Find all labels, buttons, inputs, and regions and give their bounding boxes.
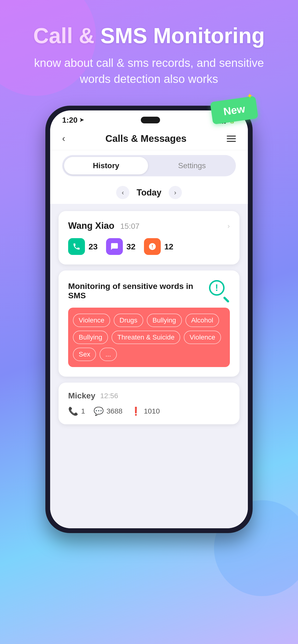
contact-name: Wang Xiao — [68, 221, 114, 231]
tag-threaten-suicide: Threaten & Suicide — [112, 330, 180, 344]
menu-line-1 — [227, 136, 236, 136]
tab-history[interactable]: History — [64, 157, 148, 174]
location-arrow-icon: ➤ — [79, 117, 84, 123]
alert-stat: 12 — [144, 238, 174, 255]
tag-sex: Sex — [73, 348, 96, 361]
date-prev-button[interactable]: ‹ — [116, 186, 129, 199]
mickey-header: Mickey 12:56 — [68, 391, 230, 400]
mickey-call-count: 1 — [81, 407, 85, 415]
new-badge-label: New — [222, 103, 245, 118]
tag-bullying-1: Bullying — [147, 314, 182, 327]
call-icon — [68, 238, 85, 255]
contact-header: Wang Xiao 15:07 › — [68, 221, 230, 231]
page-container: Call & SMS Monitoring know about call & … — [0, 0, 298, 644]
tag-more: ... — [100, 348, 117, 361]
phone-screen: 1:20 ➤ 🔋 — [50, 110, 248, 528]
mickey-stats: 📞 1 💬 3688 ❗ 1010 — [68, 406, 230, 416]
alert-count: 12 — [164, 242, 174, 251]
mickey-name: Mickey — [68, 391, 95, 400]
contact-time: 15:07 — [120, 222, 139, 230]
sensitive-tags-container: Violence Drugs Bullying Alcohol Bullying… — [68, 308, 230, 367]
tag-violence-2: Violence — [184, 330, 221, 344]
hero-subtitle: know about call & sms records, and sensi… — [19, 55, 279, 87]
mickey-msg-count: 3688 — [106, 407, 123, 415]
back-button[interactable]: ‹ — [62, 134, 65, 144]
menu-line-2 — [227, 138, 236, 139]
menu-line-3 — [227, 141, 236, 142]
mickey-card[interactable]: Mickey 12:56 📞 1 💬 3688 — [59, 382, 239, 424]
mickey-call-stat: 📞 1 — [68, 406, 85, 416]
tag-alcohol: Alcohol — [186, 314, 219, 327]
tag-drugs: Drugs — [114, 314, 143, 327]
tag-violence-1: Violence — [73, 314, 110, 327]
mickey-time: 12:56 — [100, 392, 118, 400]
date-next-button[interactable]: › — [169, 186, 182, 199]
phone-frame: 1:20 ➤ 🔋 — [46, 106, 252, 532]
mickey-alert-icon: ❗ — [131, 406, 141, 416]
tag-bullying-2: Bullying — [73, 330, 108, 344]
app-header: ‹ Calls & Messages — [50, 127, 248, 150]
screen-content: Wang Xiao 15:07 › — [50, 204, 248, 528]
mickey-msg-icon: 💬 — [94, 406, 104, 416]
new-badge-sparkle: ✦ — [246, 92, 253, 100]
search-magnify-icon: ! — [209, 280, 230, 302]
contact-stats: 23 32 — [68, 238, 230, 255]
tab-bar: History Settings — [50, 150, 248, 181]
tab-settings[interactable]: Settings — [150, 157, 234, 174]
tab-container: History Settings — [62, 155, 236, 176]
message-icon — [106, 238, 123, 255]
msg-stat: 32 — [106, 238, 135, 255]
mickey-msg-stat: 💬 3688 — [94, 406, 123, 416]
mickey-alert-count: 1010 — [144, 407, 160, 415]
date-label: Today — [136, 188, 161, 198]
app-title: Calls & Messages — [105, 133, 186, 144]
menu-button[interactable] — [227, 136, 236, 142]
notch — [141, 117, 160, 124]
mickey-alert-stat: ❗ 1010 — [131, 406, 160, 416]
msg-count: 32 — [126, 242, 135, 251]
date-nav: ‹ Today › — [50, 181, 248, 204]
status-time: 1:20 ➤ — [62, 116, 84, 124]
wang-xiao-card[interactable]: Wang Xiao 15:07 › — [59, 211, 239, 264]
phone-wrapper: ✦ New 1:20 ➤ — [46, 106, 252, 532]
sensitive-header: Monitoring of sensitive words in SMS ! — [68, 280, 230, 302]
call-stat: 23 — [68, 238, 98, 255]
contact-chevron-icon: › — [227, 222, 230, 230]
call-count: 23 — [89, 242, 98, 251]
sensitive-title: Monitoring of sensitive words in SMS — [68, 282, 209, 300]
sensitive-words-card: Monitoring of sensitive words in SMS ! V… — [59, 270, 239, 376]
alert-icon — [144, 238, 161, 255]
mickey-call-icon: 📞 — [68, 406, 78, 416]
